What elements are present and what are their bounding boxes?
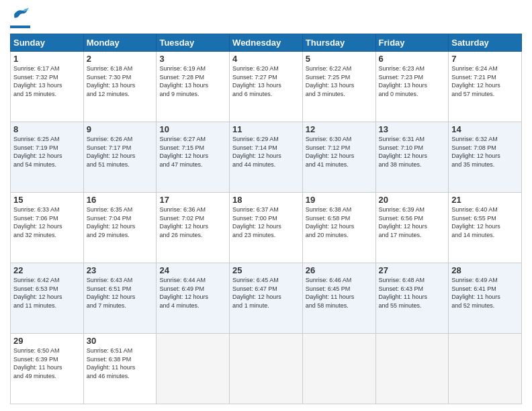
day-number: 28	[451, 265, 519, 275]
day-number: 26	[306, 265, 373, 275]
header-friday: Friday	[375, 34, 449, 52]
table-row: 30Sunrise: 6:51 AMSunset: 6:38 PMDayligh…	[83, 334, 157, 404]
day-number: 15	[13, 195, 81, 205]
day-info: Sunrise: 6:18 AMSunset: 7:30 PMDaylight:…	[87, 64, 154, 98]
day-info: Sunrise: 6:31 AMSunset: 7:10 PMDaylight:…	[379, 135, 446, 169]
day-number: 3	[159, 54, 226, 64]
day-info: Sunrise: 6:32 AMSunset: 7:08 PMDaylight:…	[451, 135, 519, 169]
day-info: Sunrise: 6:20 AMSunset: 7:27 PMDaylight:…	[232, 64, 300, 98]
calendar-week-row: 22Sunrise: 6:42 AMSunset: 6:53 PMDayligh…	[11, 263, 522, 334]
day-number: 30	[87, 336, 154, 346]
day-info: Sunrise: 6:29 AMSunset: 7:14 PMDaylight:…	[232, 135, 300, 169]
table-row: 21Sunrise: 6:40 AMSunset: 6:55 PMDayligh…	[449, 193, 522, 263]
day-number: 12	[306, 124, 373, 134]
day-number: 10	[159, 124, 226, 134]
table-row: 24Sunrise: 6:44 AMSunset: 6:49 PMDayligh…	[157, 263, 230, 334]
table-row: 22Sunrise: 6:42 AMSunset: 6:53 PMDayligh…	[11, 263, 84, 334]
table-row: 26Sunrise: 6:46 AMSunset: 6:45 PMDayligh…	[302, 263, 375, 334]
header-tuesday: Tuesday	[157, 34, 230, 52]
day-number: 18	[232, 195, 300, 205]
table-row: 15Sunrise: 6:33 AMSunset: 7:06 PMDayligh…	[11, 193, 84, 263]
day-info: Sunrise: 6:44 AMSunset: 6:49 PMDaylight:…	[159, 276, 226, 310]
table-row: 29Sunrise: 6:50 AMSunset: 6:39 PMDayligh…	[11, 334, 84, 404]
day-number: 14	[451, 124, 519, 134]
day-number: 20	[379, 195, 446, 205]
day-number: 19	[306, 195, 373, 205]
day-number: 16	[87, 195, 154, 205]
day-info: Sunrise: 6:35 AMSunset: 7:04 PMDaylight:…	[87, 205, 154, 239]
day-info: Sunrise: 6:24 AMSunset: 7:21 PMDaylight:…	[451, 64, 519, 98]
table-row: 1Sunrise: 6:17 AMSunset: 7:32 PMDaylight…	[11, 52, 84, 122]
day-info: Sunrise: 6:17 AMSunset: 7:32 PMDaylight:…	[13, 64, 81, 98]
day-number: 27	[379, 265, 446, 275]
header-saturday: Saturday	[449, 34, 522, 52]
day-info: Sunrise: 6:37 AMSunset: 7:00 PMDaylight:…	[232, 205, 300, 239]
table-row: 6Sunrise: 6:23 AMSunset: 7:23 PMDaylight…	[375, 52, 449, 122]
day-number: 22	[13, 265, 81, 275]
day-number: 24	[159, 265, 226, 275]
day-info: Sunrise: 6:19 AMSunset: 7:28 PMDaylight:…	[159, 64, 226, 98]
table-row	[230, 334, 303, 404]
table-row: 9Sunrise: 6:26 AMSunset: 7:17 PMDaylight…	[83, 122, 157, 193]
day-number: 1	[13, 54, 81, 64]
table-row: 4Sunrise: 6:20 AMSunset: 7:27 PMDaylight…	[230, 52, 303, 122]
day-info: Sunrise: 6:39 AMSunset: 6:56 PMDaylight:…	[379, 205, 446, 239]
calendar-week-row: 29Sunrise: 6:50 AMSunset: 6:39 PMDayligh…	[11, 334, 522, 404]
table-row	[449, 334, 522, 404]
table-row: 25Sunrise: 6:45 AMSunset: 6:47 PMDayligh…	[230, 263, 303, 334]
calendar-week-row: 8Sunrise: 6:25 AMSunset: 7:19 PMDaylight…	[11, 122, 522, 193]
table-row: 27Sunrise: 6:48 AMSunset: 6:43 PMDayligh…	[375, 263, 449, 334]
day-info: Sunrise: 6:23 AMSunset: 7:23 PMDaylight:…	[379, 64, 446, 98]
table-row: 2Sunrise: 6:18 AMSunset: 7:30 PMDaylight…	[83, 52, 157, 122]
day-number: 23	[87, 265, 154, 275]
day-number: 17	[159, 195, 226, 205]
day-info: Sunrise: 6:30 AMSunset: 7:12 PMDaylight:…	[306, 135, 373, 169]
day-info: Sunrise: 6:33 AMSunset: 7:06 PMDaylight:…	[13, 205, 81, 239]
day-info: Sunrise: 6:40 AMSunset: 6:55 PMDaylight:…	[451, 205, 519, 239]
table-row	[375, 334, 449, 404]
day-number: 6	[379, 54, 446, 64]
day-number: 2	[87, 54, 154, 64]
table-row: 3Sunrise: 6:19 AMSunset: 7:28 PMDaylight…	[157, 52, 230, 122]
table-row: 19Sunrise: 6:38 AMSunset: 6:58 PMDayligh…	[302, 193, 375, 263]
table-row: 23Sunrise: 6:43 AMSunset: 6:51 PMDayligh…	[83, 263, 157, 334]
day-number: 29	[13, 336, 81, 346]
day-number: 9	[87, 124, 154, 134]
table-row: 7Sunrise: 6:24 AMSunset: 7:21 PMDaylight…	[449, 52, 522, 122]
day-info: Sunrise: 6:42 AMSunset: 6:53 PMDaylight:…	[13, 276, 81, 310]
table-row: 18Sunrise: 6:37 AMSunset: 7:00 PMDayligh…	[230, 193, 303, 263]
table-row: 5Sunrise: 6:22 AMSunset: 7:25 PMDaylight…	[302, 52, 375, 122]
calendar-table: Sunday Monday Tuesday Wednesday Thursday…	[10, 34, 522, 404]
table-row: 8Sunrise: 6:25 AMSunset: 7:19 PMDaylight…	[11, 122, 84, 193]
day-number: 8	[13, 124, 81, 134]
page-header	[10, 7, 522, 28]
table-row: 10Sunrise: 6:27 AMSunset: 7:15 PMDayligh…	[157, 122, 230, 193]
header-thursday: Thursday	[302, 34, 375, 52]
table-row	[302, 334, 375, 404]
day-info: Sunrise: 6:46 AMSunset: 6:45 PMDaylight:…	[306, 276, 373, 310]
table-row: 20Sunrise: 6:39 AMSunset: 6:56 PMDayligh…	[375, 193, 449, 263]
day-info: Sunrise: 6:38 AMSunset: 6:58 PMDaylight:…	[306, 205, 373, 239]
table-row: 28Sunrise: 6:49 AMSunset: 6:41 PMDayligh…	[449, 263, 522, 334]
day-info: Sunrise: 6:45 AMSunset: 6:47 PMDaylight:…	[232, 276, 300, 310]
calendar-week-row: 15Sunrise: 6:33 AMSunset: 7:06 PMDayligh…	[11, 193, 522, 263]
day-info: Sunrise: 6:25 AMSunset: 7:19 PMDaylight:…	[13, 135, 81, 169]
logo	[10, 7, 33, 28]
table-row: 13Sunrise: 6:31 AMSunset: 7:10 PMDayligh…	[375, 122, 449, 193]
day-number: 13	[379, 124, 446, 134]
calendar-week-row: 1Sunrise: 6:17 AMSunset: 7:32 PMDaylight…	[11, 52, 522, 122]
logo-underline	[10, 26, 30, 28]
day-number: 4	[232, 54, 300, 64]
calendar-header-row: Sunday Monday Tuesday Wednesday Thursday…	[11, 34, 522, 52]
table-row	[157, 334, 230, 404]
day-info: Sunrise: 6:49 AMSunset: 6:41 PMDaylight:…	[451, 276, 519, 310]
day-number: 11	[232, 124, 300, 134]
day-info: Sunrise: 6:26 AMSunset: 7:17 PMDaylight:…	[87, 135, 154, 169]
day-number: 21	[451, 195, 519, 205]
header-monday: Monday	[83, 34, 157, 52]
day-number: 5	[306, 54, 373, 64]
day-number: 25	[232, 265, 300, 275]
day-number: 7	[451, 54, 519, 64]
day-info: Sunrise: 6:43 AMSunset: 6:51 PMDaylight:…	[87, 276, 154, 310]
table-row: 16Sunrise: 6:35 AMSunset: 7:04 PMDayligh…	[83, 193, 157, 263]
